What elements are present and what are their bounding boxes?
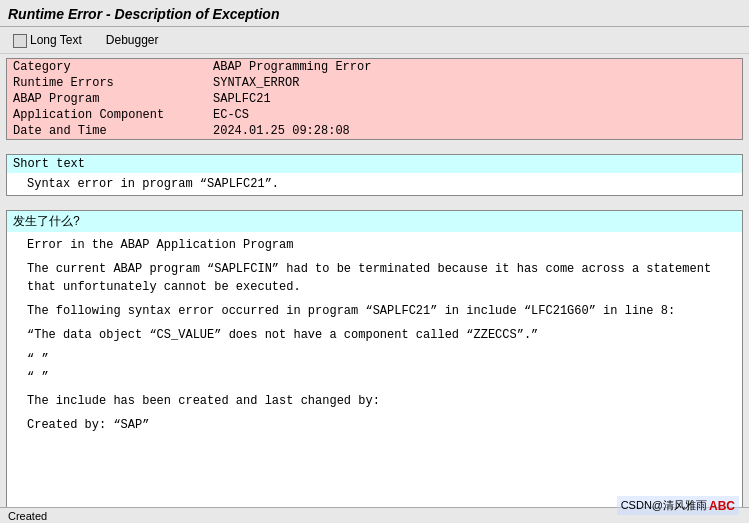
page-title: Runtime Error - Description of Exception bbox=[8, 6, 741, 22]
title-bar: Runtime Error - Description of Exception bbox=[0, 0, 749, 27]
save-icon bbox=[12, 33, 26, 47]
short-text-body: Syntax error in program “SAPLFC21”. bbox=[7, 173, 742, 195]
error-value: SAPLFC21 bbox=[207, 91, 742, 107]
watermark-text: CSDN@清风雅雨 bbox=[621, 498, 707, 513]
error-value: 2024.01.25 09:28:08 bbox=[207, 123, 742, 139]
long-text-label: Long Text bbox=[30, 33, 82, 47]
what-happened-section: 发生了什么? Error in the ABAP Application Pro… bbox=[6, 210, 743, 513]
error-line2: The current ABAP program “SAPLFCIN” had … bbox=[27, 260, 722, 296]
error-line7: Created by: “SAP” bbox=[27, 416, 722, 434]
error-info-table: CategoryABAP Programming ErrorRuntime Er… bbox=[7, 59, 742, 139]
error-label: Runtime Errors bbox=[7, 75, 207, 91]
error-line6: The include has been created and last ch… bbox=[27, 392, 722, 410]
what-happened-body: Error in the ABAP Application Program Th… bbox=[7, 232, 742, 444]
short-text-header: Short text bbox=[7, 155, 742, 173]
toolbar: Long Text Debugger bbox=[0, 27, 749, 54]
error-value: SYNTAX_ERROR bbox=[207, 75, 742, 91]
error-line4: “The data object “CS_VALUE” does not hav… bbox=[27, 326, 722, 344]
debugger-label: Debugger bbox=[106, 33, 159, 47]
error-value: EC-CS bbox=[207, 107, 742, 123]
main-layout: CategoryABAP Programming ErrorRuntime Er… bbox=[0, 54, 749, 517]
error-line5: “ ”“ ” bbox=[27, 350, 722, 386]
error-label: Date and Time bbox=[7, 123, 207, 139]
status-created: Created bbox=[8, 510, 47, 522]
watermark: CSDN@清风雅雨 ABC bbox=[617, 496, 739, 515]
error-label: ABAP Program bbox=[7, 91, 207, 107]
short-text-section: Short text Syntax error in program “SAPL… bbox=[6, 154, 743, 196]
error-line3: The following syntax error occurred in p… bbox=[27, 302, 722, 320]
long-text-button[interactable]: Long Text bbox=[8, 31, 86, 49]
debugger-button[interactable]: Debugger bbox=[102, 31, 163, 49]
error-line1: Error in the ABAP Application Program bbox=[27, 236, 722, 254]
watermark-abc: ABC bbox=[709, 499, 735, 513]
error-value: ABAP Programming Error bbox=[207, 59, 742, 75]
error-label: Category bbox=[7, 59, 207, 75]
error-label: Application Component bbox=[7, 107, 207, 123]
error-info-section: CategoryABAP Programming ErrorRuntime Er… bbox=[6, 58, 743, 140]
what-happened-header: 发生了什么? bbox=[7, 211, 742, 232]
